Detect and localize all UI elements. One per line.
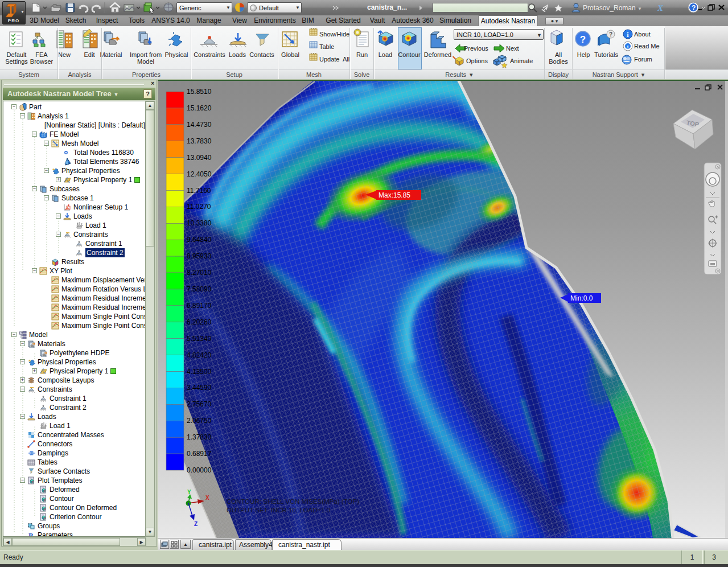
svg-text:?: ? (692, 4, 696, 12)
svg-text:Min:0.0: Min:0.0 (570, 294, 593, 302)
svg-text:12.4050: 12.4050 (187, 170, 212, 178)
svg-text:CONTOUR: SHELL VON MISES(MPa): CONTOUR: SHELL VON MISES(MPa) (TOP) (227, 498, 359, 505)
svg-text:5.51340: 5.51340 (187, 335, 212, 343)
svg-text:2.06750: 2.06750 (187, 417, 212, 425)
svg-text:0.00000: 0.00000 (187, 466, 212, 474)
svg-text:OUTPUT SET: INCR 10, LOAD=1.0: OUTPUT SET: INCR 10, LOAD=1.0 (227, 507, 330, 513)
svg-text:Y: Y (187, 489, 191, 495)
svg-text:?: ? (580, 34, 586, 45)
svg-text:15.1620: 15.1620 (187, 104, 212, 112)
svg-text:6.89170: 6.89170 (187, 302, 212, 310)
svg-text:8.27010: 8.27010 (187, 269, 212, 277)
svg-text:Z: Z (194, 521, 198, 527)
svg-text:?: ? (609, 31, 612, 38)
svg-text:14.4730: 14.4730 (187, 121, 212, 129)
svg-text:4.13500: 4.13500 (187, 368, 212, 376)
svg-text:X: X (657, 3, 664, 13)
svg-text:7.58090: 7.58090 (187, 285, 212, 293)
svg-text:10.3380: 10.3380 (187, 219, 212, 227)
svg-text:6.20260: 6.20260 (187, 318, 212, 326)
svg-text:11.0270: 11.0270 (187, 203, 211, 211)
svg-text:9.64840: 9.64840 (187, 236, 212, 244)
svg-text:1.37830: 1.37830 (187, 433, 212, 441)
svg-text:8.95930: 8.95930 (187, 252, 212, 260)
svg-text:2.75670: 2.75670 (187, 400, 212, 408)
svg-text:15.8510: 15.8510 (187, 88, 212, 96)
svg-text:4.82420: 4.82420 (187, 351, 212, 359)
svg-text:0.68917: 0.68917 (187, 450, 212, 458)
svg-text:X: X (205, 495, 209, 501)
svg-text:Max:15.85: Max:15.85 (379, 191, 410, 199)
svg-text:13.0940: 13.0940 (187, 154, 212, 162)
svg-text:3.44590: 3.44590 (187, 384, 212, 392)
svg-text:11.7160: 11.7160 (187, 187, 211, 195)
svg-text:13.7830: 13.7830 (187, 137, 212, 145)
